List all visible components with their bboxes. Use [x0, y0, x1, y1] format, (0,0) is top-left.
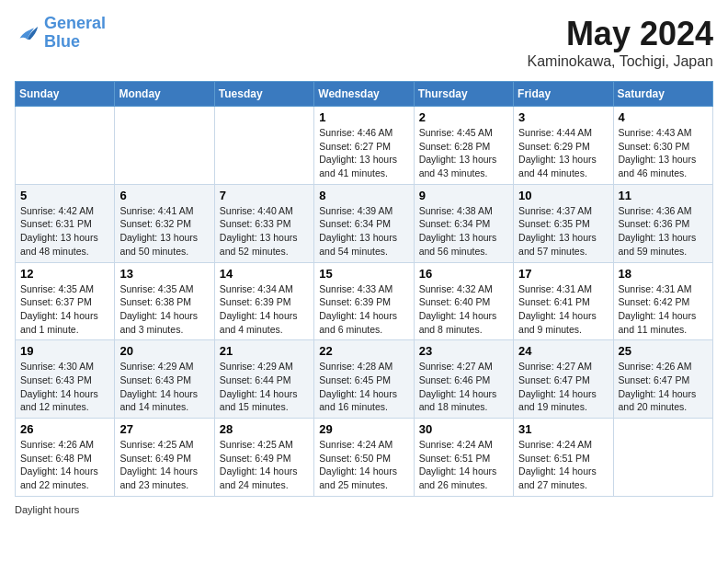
calendar-week-row: 5Sunrise: 4:42 AM Sunset: 6:31 PM Daylig…: [16, 184, 713, 262]
calendar-cell: [214, 107, 313, 185]
logo-bird-icon: [15, 20, 40, 46]
calendar-cell: 18Sunrise: 4:31 AM Sunset: 6:42 PM Dayli…: [613, 262, 712, 340]
calendar-cell: 1Sunrise: 4:46 AM Sunset: 6:27 PM Daylig…: [314, 107, 414, 185]
day-info: Sunrise: 4:29 AM Sunset: 6:43 PM Dayligh…: [119, 360, 209, 414]
day-info: Sunrise: 4:28 AM Sunset: 6:45 PM Dayligh…: [319, 360, 408, 414]
calendar-cell: 26Sunrise: 4:26 AM Sunset: 6:48 PM Dayli…: [16, 419, 115, 497]
calendar-cell: 12Sunrise: 4:35 AM Sunset: 6:37 PM Dayli…: [16, 262, 115, 340]
day-info: Sunrise: 4:29 AM Sunset: 6:44 PM Dayligh…: [220, 360, 309, 414]
day-info: Sunrise: 4:31 AM Sunset: 6:42 PM Dayligh…: [619, 282, 708, 337]
calendar-cell: 19Sunrise: 4:30 AM Sunset: 6:43 PM Dayli…: [16, 340, 115, 419]
day-number: 4: [619, 110, 708, 124]
calendar-cell: 9Sunrise: 4:38 AM Sunset: 6:34 PM Daylig…: [414, 184, 513, 262]
calendar-week-row: 26Sunrise: 4:26 AM Sunset: 6:48 PM Dayli…: [16, 419, 713, 497]
day-number: 22: [319, 344, 408, 358]
calendar-cell: [613, 419, 712, 497]
day-info: Sunrise: 4:27 AM Sunset: 6:46 PM Dayligh…: [419, 360, 508, 414]
calendar-cell: [115, 107, 214, 185]
calendar-day-header: Saturday: [613, 82, 712, 107]
calendar-cell: 21Sunrise: 4:29 AM Sunset: 6:44 PM Dayli…: [214, 340, 313, 419]
day-number: 8: [319, 189, 408, 202]
day-info: Sunrise: 4:41 AM Sunset: 6:32 PM Dayligh…: [119, 204, 209, 259]
calendar-cell: 25Sunrise: 4:26 AM Sunset: 6:47 PM Dayli…: [613, 340, 712, 419]
calendar-cell: 30Sunrise: 4:24 AM Sunset: 6:51 PM Dayli…: [414, 419, 513, 497]
day-number: 29: [319, 422, 408, 436]
day-number: 3: [518, 110, 608, 124]
day-number: 6: [119, 189, 209, 202]
logo: General Blue: [15, 15, 106, 52]
page-header: General Blue May 2024 Kaminokawa, Tochig…: [15, 15, 713, 70]
day-info: Sunrise: 4:27 AM Sunset: 6:47 PM Dayligh…: [518, 360, 608, 414]
day-number: 1: [319, 110, 408, 124]
calendar-week-row: 12Sunrise: 4:35 AM Sunset: 6:37 PM Dayli…: [16, 262, 713, 340]
day-info: Sunrise: 4:36 AM Sunset: 6:36 PM Dayligh…: [619, 204, 708, 259]
day-number: 27: [119, 422, 209, 436]
footer: Daylight hours: [15, 504, 713, 515]
day-info: Sunrise: 4:25 AM Sunset: 6:49 PM Dayligh…: [220, 438, 309, 492]
logo-general: General: [44, 14, 106, 32]
day-number: 21: [220, 344, 309, 358]
day-number: 13: [119, 267, 209, 281]
calendar-day-header: Wednesday: [314, 82, 414, 107]
calendar-cell: 5Sunrise: 4:42 AM Sunset: 6:31 PM Daylig…: [16, 184, 115, 262]
calendar-cell: 20Sunrise: 4:29 AM Sunset: 6:43 PM Dayli…: [115, 340, 214, 419]
title-block: May 2024 Kaminokawa, Tochigi, Japan: [528, 15, 714, 70]
logo-blue: Blue: [44, 32, 80, 51]
day-info: Sunrise: 4:32 AM Sunset: 6:40 PM Dayligh…: [419, 282, 508, 337]
calendar-cell: 23Sunrise: 4:27 AM Sunset: 6:46 PM Dayli…: [414, 340, 513, 419]
day-info: Sunrise: 4:24 AM Sunset: 6:51 PM Dayligh…: [518, 438, 608, 492]
calendar-cell: 28Sunrise: 4:25 AM Sunset: 6:49 PM Dayli…: [214, 419, 313, 497]
calendar-day-header: Friday: [514, 82, 613, 107]
calendar-day-header: Sunday: [16, 82, 115, 107]
day-info: Sunrise: 4:26 AM Sunset: 6:47 PM Dayligh…: [619, 360, 708, 414]
day-number: 28: [220, 422, 309, 436]
calendar-cell: 11Sunrise: 4:36 AM Sunset: 6:36 PM Dayli…: [613, 184, 712, 262]
day-info: Sunrise: 4:24 AM Sunset: 6:51 PM Dayligh…: [419, 438, 508, 492]
calendar-day-header: Tuesday: [214, 82, 313, 107]
calendar-cell: 15Sunrise: 4:33 AM Sunset: 6:39 PM Dayli…: [314, 262, 414, 340]
calendar-cell: 10Sunrise: 4:37 AM Sunset: 6:35 PM Dayli…: [514, 184, 613, 262]
day-info: Sunrise: 4:44 AM Sunset: 6:29 PM Dayligh…: [518, 126, 608, 180]
calendar-cell: 27Sunrise: 4:25 AM Sunset: 6:49 PM Dayli…: [115, 419, 214, 497]
calendar-cell: 22Sunrise: 4:28 AM Sunset: 6:45 PM Dayli…: [314, 340, 414, 419]
day-number: 12: [20, 267, 109, 281]
calendar-cell: 6Sunrise: 4:41 AM Sunset: 6:32 PM Daylig…: [115, 184, 214, 262]
day-info: Sunrise: 4:46 AM Sunset: 6:27 PM Dayligh…: [319, 126, 408, 180]
day-info: Sunrise: 4:40 AM Sunset: 6:33 PM Dayligh…: [220, 204, 309, 259]
calendar-week-row: 1Sunrise: 4:46 AM Sunset: 6:27 PM Daylig…: [16, 107, 713, 185]
day-number: 11: [619, 189, 708, 202]
day-info: Sunrise: 4:34 AM Sunset: 6:39 PM Dayligh…: [220, 282, 309, 337]
day-number: 31: [518, 422, 608, 436]
calendar-cell: 24Sunrise: 4:27 AM Sunset: 6:47 PM Dayli…: [514, 340, 613, 419]
calendar-header-row: SundayMondayTuesdayWednesdayThursdayFrid…: [16, 82, 713, 107]
calendar-cell: 8Sunrise: 4:39 AM Sunset: 6:34 PM Daylig…: [314, 184, 414, 262]
day-info: Sunrise: 4:39 AM Sunset: 6:34 PM Dayligh…: [319, 204, 408, 259]
day-number: 30: [419, 422, 508, 436]
calendar-cell: 17Sunrise: 4:31 AM Sunset: 6:41 PM Dayli…: [514, 262, 613, 340]
day-info: Sunrise: 4:31 AM Sunset: 6:41 PM Dayligh…: [518, 282, 608, 337]
day-number: 20: [119, 344, 209, 358]
calendar-table: SundayMondayTuesdayWednesdayThursdayFrid…: [15, 81, 713, 497]
day-info: Sunrise: 4:25 AM Sunset: 6:49 PM Dayligh…: [119, 438, 209, 492]
day-number: 5: [20, 189, 109, 202]
day-number: 17: [518, 267, 608, 281]
day-number: 9: [419, 189, 508, 202]
calendar-cell: 14Sunrise: 4:34 AM Sunset: 6:39 PM Dayli…: [214, 262, 313, 340]
day-info: Sunrise: 4:33 AM Sunset: 6:39 PM Dayligh…: [319, 282, 408, 337]
day-number: 15: [319, 267, 408, 281]
calendar-cell: 7Sunrise: 4:40 AM Sunset: 6:33 PM Daylig…: [214, 184, 313, 262]
day-number: 24: [518, 344, 608, 358]
calendar-cell: 4Sunrise: 4:43 AM Sunset: 6:30 PM Daylig…: [613, 107, 712, 185]
daylight-hours-label: Daylight hours: [15, 504, 79, 515]
calendar-day-header: Thursday: [414, 82, 513, 107]
day-number: 2: [419, 110, 508, 124]
day-info: Sunrise: 4:35 AM Sunset: 6:37 PM Dayligh…: [20, 282, 109, 337]
day-info: Sunrise: 4:45 AM Sunset: 6:28 PM Dayligh…: [419, 126, 508, 180]
calendar-cell: 31Sunrise: 4:24 AM Sunset: 6:51 PM Dayli…: [514, 419, 613, 497]
calendar-cell: 2Sunrise: 4:45 AM Sunset: 6:28 PM Daylig…: [414, 107, 513, 185]
calendar-week-row: 19Sunrise: 4:30 AM Sunset: 6:43 PM Dayli…: [16, 340, 713, 419]
calendar-cell: [16, 107, 115, 185]
calendar-cell: 29Sunrise: 4:24 AM Sunset: 6:50 PM Dayli…: [314, 419, 414, 497]
day-info: Sunrise: 4:37 AM Sunset: 6:35 PM Dayligh…: [518, 204, 608, 259]
day-number: 25: [619, 344, 708, 358]
